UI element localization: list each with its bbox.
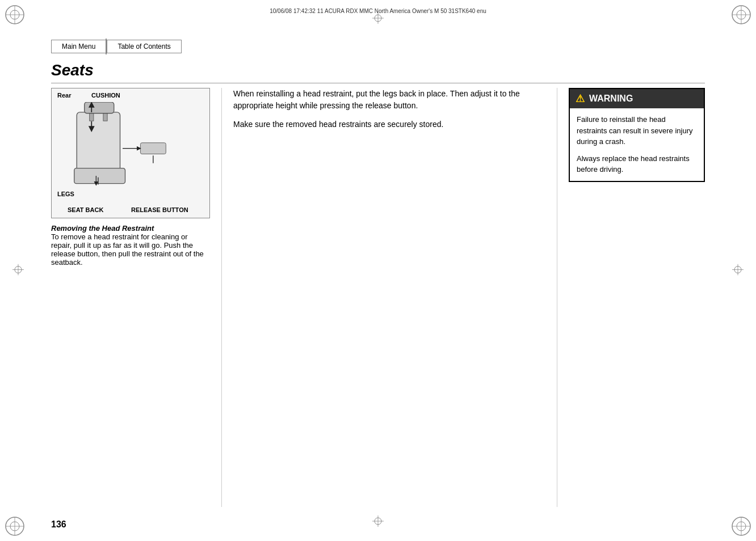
- diagram-label-legs: LEGS: [57, 191, 74, 197]
- diagram-label-rear: Rear: [57, 92, 71, 99]
- nav-bar: Main Menu Table of Contents: [51, 39, 182, 54]
- warning-line-1: Failure to reinstall the head restraints…: [577, 114, 697, 147]
- caption-body: To remove a head restraint for cleaning …: [51, 233, 204, 267]
- svg-rect-29: [74, 168, 125, 184]
- print-info: 10/06/08 17:42:32 11 ACURA RDX MMC North…: [40, 8, 716, 14]
- middle-text-1: When reinstalling a head restraint, put …: [233, 88, 545, 112]
- corner-decoration-bl: [5, 516, 25, 536]
- corner-decoration-tr: [731, 5, 751, 25]
- crosshair-left: [12, 264, 24, 277]
- middle-column: When reinstalling a head restraint, put …: [221, 88, 557, 507]
- warning-icon: ⚠: [576, 92, 585, 105]
- main-menu-button[interactable]: Main Menu: [51, 40, 106, 53]
- right-column: ⚠ WARNING Failure to reinstall the head …: [557, 88, 705, 507]
- page-title-section: Seats: [51, 61, 705, 83]
- page-number: 136: [51, 519, 66, 530]
- diagram-box: Rear CUSHION: [51, 88, 210, 218]
- warning-body: Failure to reinstall the head restraints…: [570, 108, 704, 181]
- svg-rect-35: [140, 143, 166, 154]
- svg-rect-28: [77, 112, 120, 174]
- diagram-label-cushion: CUSHION: [91, 92, 120, 99]
- diagram-caption: Removing the Head Restraint To remove a …: [51, 224, 210, 267]
- toc-button[interactable]: Table of Contents: [107, 40, 181, 53]
- corner-decoration-br: [731, 516, 751, 536]
- content-area: Rear CUSHION: [51, 88, 705, 507]
- left-column: Rear CUSHION: [51, 88, 221, 507]
- middle-text-2: Make sure the removed head restraints ar…: [233, 119, 545, 130]
- warning-title: WARNING: [589, 94, 633, 104]
- warning-line-2: Always replace the head restraints befor…: [577, 153, 697, 175]
- warning-box: ⚠ WARNING Failure to reinstall the head …: [569, 88, 705, 182]
- crosshair-bottom: [372, 515, 384, 529]
- corner-decoration-tl: [5, 5, 25, 25]
- crosshair-right: [732, 264, 744, 277]
- diagram-label-release: RELEASE BUTTON: [131, 206, 188, 213]
- caption-title: Removing the Head Restraint: [51, 224, 154, 233]
- warning-header: ⚠ WARNING: [570, 89, 704, 108]
- seat-diagram-svg: [54, 102, 201, 201]
- diagram-label-seatback: SEAT BACK: [68, 206, 103, 213]
- crosshair-top: [372, 12, 384, 26]
- page-title: Seats: [51, 61, 705, 83]
- svg-rect-32: [85, 102, 114, 113]
